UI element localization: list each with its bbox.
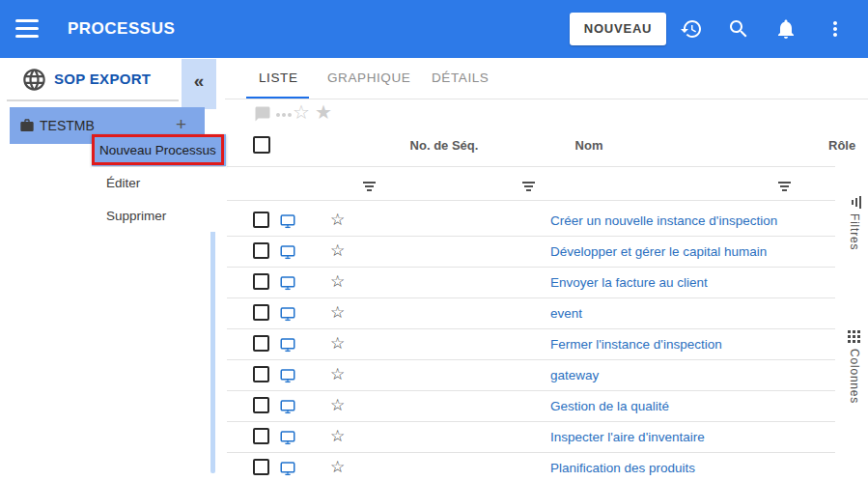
new-button[interactable]: NOUVEAU	[570, 13, 666, 45]
table-row: ☆ Inspecter l'aire d'inventaire	[227, 422, 835, 453]
row-star-icon[interactable]: ☆	[330, 426, 345, 445]
row-star-icon[interactable]: ☆	[330, 210, 345, 229]
process-monitor-icon[interactable]	[279, 398, 296, 415]
process-name-link[interactable]: Développer et gérer le capital humain	[550, 237, 767, 268]
menu-item-supprimer[interactable]: Supprimer	[92, 200, 226, 232]
row-checkbox[interactable]	[253, 459, 269, 475]
columns-panel-icon[interactable]	[848, 330, 860, 343]
app-window: PROCESSUS NOUVEAU SOP EXPORT « TESTMB + …	[0, 0, 868, 481]
column-header-seq[interactable]: No. de Séq.	[386, 138, 502, 153]
process-monitor-icon[interactable]	[279, 367, 296, 384]
more-vert-icon[interactable]	[824, 17, 847, 41]
process-name-link[interactable]: Planification des produits	[550, 453, 695, 481]
column-header-nom[interactable]: Nom	[541, 138, 637, 153]
menu-item-label: Éditer	[106, 176, 140, 190]
row-checkbox[interactable]	[253, 273, 269, 290]
tab-liste[interactable]: LISTE	[259, 58, 298, 99]
star-filled-icon[interactable]: ★	[315, 100, 332, 124]
comment-icon[interactable]	[254, 105, 271, 123]
process-name-link[interactable]: Inspecter l'aire d'inventaire	[550, 422, 705, 453]
row-checkbox[interactable]	[253, 242, 269, 259]
process-name-link[interactable]: event	[550, 298, 582, 329]
process-monitor-icon[interactable]	[279, 305, 296, 323]
app-bar: PROCESSUS NOUVEAU	[0, 0, 868, 58]
hamburger-menu-icon[interactable]	[15, 19, 39, 39]
sidebar-divider	[7, 99, 179, 101]
star-outline-icon[interactable]: ☆	[293, 100, 310, 124]
table-row: ☆ event	[227, 298, 835, 329]
tab-details[interactable]: DÉTAILS	[432, 58, 489, 99]
menu-item-label: Nouveau Processus	[99, 143, 216, 157]
process-monitor-icon[interactable]	[279, 212, 296, 230]
menu-item-editer[interactable]: Éditer	[92, 167, 226, 199]
tree-scrollbar[interactable]	[210, 222, 215, 473]
columns-panel-toggle[interactable]: Colonnes	[848, 349, 861, 404]
process-monitor-icon[interactable]	[279, 460, 296, 477]
row-star-icon[interactable]: ☆	[330, 302, 345, 322]
filters-panel-toggle[interactable]: Filtres	[848, 213, 861, 250]
process-name-link[interactable]: Fermer l'instance d'inspection	[550, 329, 722, 360]
row-checkbox[interactable]	[253, 397, 269, 413]
process-monitor-icon[interactable]	[279, 336, 296, 354]
process-name-link[interactable]: Créer un nouvelle instance d'inspection	[550, 206, 777, 237]
process-monitor-icon[interactable]	[279, 429, 296, 446]
workspace-title: SOP EXPORT	[54, 66, 151, 93]
row-star-icon[interactable]: ☆	[330, 333, 345, 353]
filter-icon-seq[interactable]	[362, 182, 376, 193]
table-row: ☆ Créer un nouvelle instance d'inspectio…	[227, 206, 835, 237]
notifications-bell-icon[interactable]	[774, 17, 798, 41]
tabs-divider	[225, 99, 868, 99]
context-menu: Nouveau Processus Éditer Supprimer	[92, 134, 226, 232]
table-header-divider	[227, 166, 835, 167]
row-checkbox[interactable]	[253, 428, 269, 444]
process-name-link[interactable]: Gestion de la qualité	[550, 391, 669, 422]
filter-icon-role[interactable]	[777, 182, 791, 193]
filters-panel-icon[interactable]	[850, 195, 861, 209]
page-title: PROCESSUS	[68, 0, 175, 58]
process-monitor-icon[interactable]	[279, 243, 296, 261]
table-row: ☆ Envoyer la facture au client	[227, 268, 835, 298]
row-checkbox[interactable]	[253, 212, 269, 228]
select-all-checkbox[interactable]	[253, 136, 270, 154]
row-star-icon[interactable]: ☆	[330, 364, 345, 383]
filter-row-divider	[227, 200, 835, 201]
briefcase-icon	[19, 118, 35, 133]
menu-item-nouveau-processus[interactable]: Nouveau Processus	[92, 134, 226, 166]
history-icon[interactable]	[680, 17, 703, 41]
row-checkbox[interactable]	[253, 304, 269, 321]
table-body: ☆ Créer un nouvelle instance d'inspectio…	[227, 206, 835, 481]
row-star-icon[interactable]: ☆	[330, 271, 345, 291]
search-icon[interactable]	[727, 17, 750, 41]
table-row: ☆ Gestion de la qualité	[227, 391, 835, 422]
table-row: ☆ gateway	[227, 360, 835, 391]
row-checkbox[interactable]	[253, 335, 269, 352]
globe-icon	[21, 67, 47, 93]
row-star-icon[interactable]: ☆	[330, 240, 345, 260]
process-monitor-icon[interactable]	[279, 274, 296, 292]
column-header-role[interactable]: Rôle	[828, 138, 868, 153]
tree-item-label: TESTMB	[40, 107, 95, 144]
tab-graphique[interactable]: GRAPHIQUE	[327, 58, 410, 99]
table-row: ☆ Fermer l'instance d'inspection	[227, 329, 835, 360]
process-name-link[interactable]: gateway	[550, 360, 599, 391]
filter-icon-nom[interactable]	[521, 182, 535, 193]
row-star-icon[interactable]: ☆	[330, 395, 345, 414]
row-star-icon[interactable]: ☆	[330, 457, 345, 476]
row-checkbox[interactable]	[253, 366, 269, 382]
table-row: ☆ Développer et gérer le capital humain	[227, 237, 835, 268]
table-row: ☆ Planification des produits	[227, 453, 835, 481]
process-name-link[interactable]: Envoyer la facture au client	[550, 268, 708, 298]
collapse-sidebar-button[interactable]: «	[182, 59, 216, 109]
menu-item-label: Supprimer	[106, 209, 166, 223]
more-horizontal-icon[interactable]	[276, 113, 292, 117]
